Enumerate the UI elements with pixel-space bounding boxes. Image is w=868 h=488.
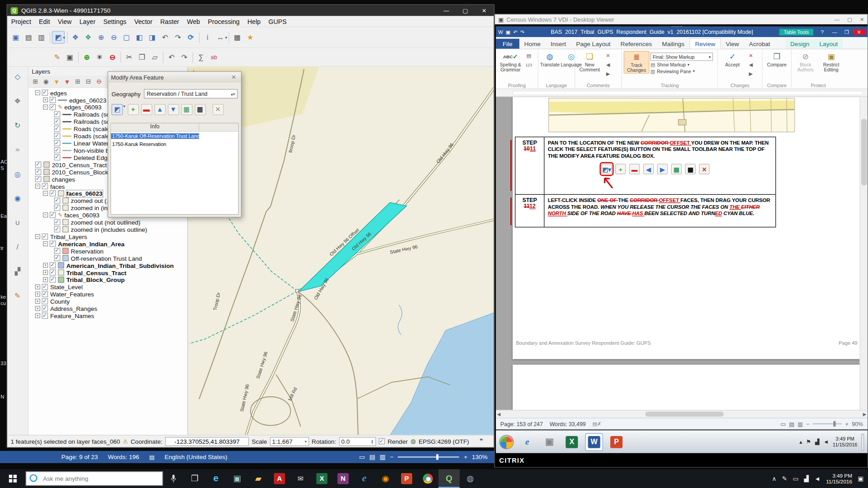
- move-down-icon[interactable]: ▼: [168, 104, 179, 115]
- filter-legend-icon[interactable]: ▼: [52, 77, 61, 86]
- collapse-icon[interactable]: −: [43, 212, 48, 217]
- layer-row[interactable]: zoomed out (not outlined): [28, 219, 188, 226]
- citrix-close-icon[interactable]: ✕: [860, 17, 864, 22]
- block-authors-button[interactable]: ⊘ Block Authors: [793, 51, 818, 73]
- tab-review[interactable]: Review: [689, 38, 721, 48]
- zoom-full-icon[interactable]: ▢: [120, 31, 133, 44]
- layer-checkbox[interactable]: [42, 284, 48, 290]
- show-hidden-icons-icon[interactable]: ▴: [799, 439, 802, 445]
- network-icon[interactable]: ▟: [804, 475, 809, 482]
- add-area-icon[interactable]: +: [127, 104, 139, 115]
- tab-table-layout[interactable]: Layout: [814, 39, 843, 49]
- taskbar-edge-icon[interactable]: e: [205, 469, 226, 488]
- taskbar-acrobat-icon[interactable]: A: [269, 469, 290, 488]
- next-change-icon[interactable]: ▶: [746, 70, 755, 77]
- expand-icon[interactable]: +: [35, 284, 40, 289]
- spelling-grammar-button[interactable]: ABC✓ Spelling & Grammar: [498, 51, 524, 73]
- undo-icon[interactable]: ↶: [513, 29, 517, 34]
- translate-button[interactable]: ◍ Translate: [540, 51, 559, 68]
- zoom-slider-thumb[interactable]: [833, 421, 835, 427]
- collapse-icon[interactable]: −: [43, 241, 48, 246]
- save-edits-icon[interactable]: ▣: [64, 51, 76, 64]
- menu-processing[interactable]: Processing: [204, 18, 243, 25]
- citrix-minimize-icon[interactable]: —: [835, 17, 840, 22]
- expand-icon[interactable]: +: [35, 299, 40, 304]
- tab-mailings[interactable]: Mailings: [657, 39, 689, 49]
- layer-checkbox[interactable]: [54, 126, 61, 131]
- collapse-icon[interactable]: −: [35, 184, 40, 189]
- tab-file[interactable]: File: [496, 39, 519, 49]
- menu-raster[interactable]: Raster: [156, 18, 183, 25]
- composer-manager-icon[interactable]: ▥: [35, 31, 48, 44]
- dialog-title-bar[interactable]: Modify Area Feature ✕: [108, 72, 241, 82]
- layer-checkbox[interactable]: [54, 111, 61, 117]
- document-page[interactable]: STEP 1011 PAN TO THE LOCATION OF THE NEW…: [513, 97, 863, 359]
- menu-vector[interactable]: Vector: [130, 18, 156, 25]
- maximize-icon[interactable]: ▢: [456, 5, 475, 16]
- select-dropdown-icon[interactable]: ▾: [123, 104, 125, 115]
- tab-page-layout[interactable]: Page Layout: [571, 39, 615, 49]
- menu-project[interactable]: Project: [7, 18, 35, 25]
- action-center-icon[interactable]: ▣: [858, 475, 863, 482]
- help-icon[interactable]: ?: [816, 29, 828, 34]
- rotate-feature-icon[interactable]: ↻: [11, 119, 24, 131]
- tab-table-design[interactable]: Design: [785, 39, 814, 49]
- zoom-out-icon[interactable]: −: [806, 421, 809, 427]
- layer-checkbox[interactable]: [42, 305, 48, 311]
- ruler[interactable]: [496, 89, 868, 97]
- zoom-in-icon[interactable]: ⊕: [94, 31, 107, 44]
- collapse-icon[interactable]: −: [35, 234, 40, 239]
- tab-references[interactable]: References: [615, 39, 657, 49]
- hidden-icons-chevron[interactable]: ∧: [772, 475, 776, 482]
- taskbar-globe-icon[interactable]: ◍: [460, 469, 481, 488]
- taskbar-clock[interactable]: 3:49 PM 11/15/2016: [826, 473, 852, 485]
- layer-checkbox[interactable]: [42, 291, 48, 297]
- pan-to-selection-icon[interactable]: ❖: [82, 31, 94, 44]
- collapse-icon[interactable]: −: [43, 191, 48, 196]
- volume-icon[interactable]: ◄: [823, 439, 829, 445]
- layer-checkbox[interactable]: [42, 234, 48, 239]
- select-features-dropdown-icon[interactable]: ▾: [63, 35, 65, 40]
- word-title-bar[interactable]: W ▣ ↶ ↷ BAS_2017_Tribal_GUPS_Respondent_…: [496, 27, 868, 37]
- web-layout-icon[interactable]: ▥: [380, 453, 386, 460]
- proofing-error-icon[interactable]: ▤✗: [592, 421, 601, 427]
- toggle-editing-icon[interactable]: ✎: [51, 51, 63, 64]
- cut-features-icon[interactable]: ✂: [123, 51, 135, 64]
- pen-icon[interactable]: ✎: [782, 475, 787, 482]
- remove-area-icon[interactable]: ▬: [141, 104, 152, 115]
- epsg-status[interactable]: EPSG:4269 (OTF): [419, 438, 469, 445]
- word-close-icon[interactable]: ✕: [853, 29, 865, 34]
- qgis-title-bar[interactable]: Q QGIS 2.8.3-Wien - 49901171750 — ▢ ✕: [7, 5, 494, 16]
- spin-down-icon[interactable]: ▼: [371, 441, 373, 444]
- word-maximize-icon[interactable]: ❐: [841, 29, 853, 34]
- display-for-review-combo[interactable]: Final: Show Markup▾: [651, 52, 713, 61]
- vdi-excel-icon[interactable]: X: [563, 433, 580, 450]
- layer-row[interactable]: Reservation: [28, 247, 188, 254]
- vdi-powerpoint-icon[interactable]: P: [608, 433, 625, 450]
- menu-web[interactable]: Web: [183, 18, 204, 25]
- identify-features-icon[interactable]: i: [201, 31, 214, 44]
- zoom-out-icon[interactable]: ⊖: [108, 31, 120, 44]
- taskbar-file-explorer-icon[interactable]: ▰: [248, 469, 269, 488]
- expand-icon[interactable]: +: [43, 263, 48, 268]
- volume-icon[interactable]: ◄: [814, 475, 820, 482]
- zoom-to-selection-icon[interactable]: ◧: [133, 31, 146, 44]
- layer-checkbox[interactable]: [50, 212, 56, 218]
- scroll-left-icon[interactable]: ◀: [497, 412, 500, 417]
- add-ring-icon[interactable]: ◎: [11, 168, 24, 180]
- tab-home[interactable]: Home: [519, 39, 545, 49]
- layer-row[interactable]: +Tribal_Census_Tract: [28, 269, 188, 276]
- zoom-slider[interactable]: [398, 456, 459, 457]
- page-indicator[interactable]: Page: 9 of 23: [61, 454, 98, 460]
- remove-layer-icon[interactable]: ⊖: [94, 77, 104, 86]
- measure-dropdown-icon[interactable]: ▾: [225, 35, 227, 40]
- layer-checkbox[interactable]: [50, 97, 56, 103]
- scale-combo[interactable]: 1:1,667▾: [270, 437, 309, 446]
- select-features-icon[interactable]: ◩: [112, 104, 123, 115]
- vdi-start-button[interactable]: [499, 435, 514, 449]
- move-feature-icon[interactable]: ❖: [11, 94, 24, 107]
- layer-row[interactable]: zoomed in (includes outline): [28, 226, 188, 233]
- menu-layer[interactable]: Layer: [75, 18, 99, 25]
- horizontal-scrollbar[interactable]: ◀ ▶: [496, 410, 868, 418]
- rotation-spinbox[interactable]: 0.0▲▼: [339, 437, 376, 446]
